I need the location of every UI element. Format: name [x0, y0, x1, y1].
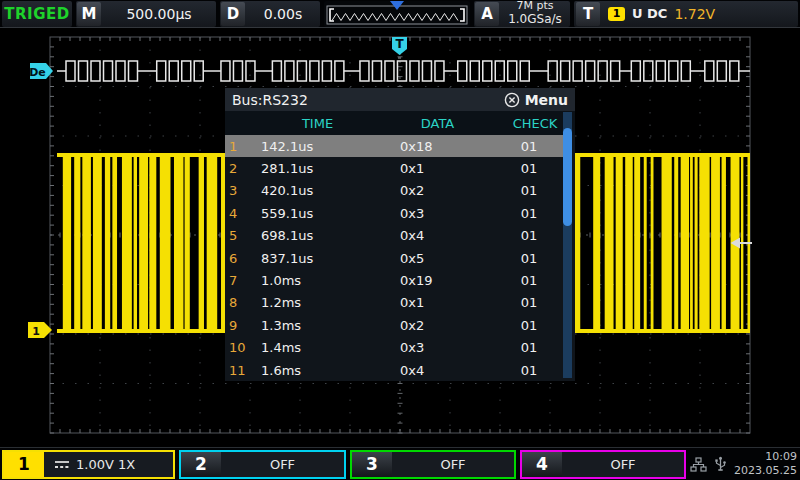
- clock-time: 10:09: [734, 450, 797, 464]
- table-row[interactable]: 8 1.2ms 0x1 01: [225, 292, 563, 314]
- delay-label: D: [221, 2, 245, 26]
- row-number: 11: [225, 363, 255, 378]
- row-check: 01: [495, 161, 563, 176]
- trigger-level-value: 1.72V: [674, 6, 715, 22]
- row-number: 3: [225, 183, 255, 198]
- table-row[interactable]: 10 1.4ms 0x3 01: [225, 337, 563, 359]
- trigger-source-badge: 1: [608, 7, 625, 21]
- waveform-preview-graphic: [324, 1, 470, 27]
- row-data: 0x5: [380, 251, 495, 266]
- table-row[interactable]: 3 420.1us 0x2 01: [225, 180, 563, 202]
- timebase-value: 500.00µs: [102, 6, 216, 22]
- delay-value: 0.00s: [246, 6, 320, 22]
- lan-network-icon: [690, 457, 707, 472]
- row-data: 0x4: [380, 363, 495, 378]
- waveform-preview[interactable]: [324, 1, 470, 27]
- column-data: DATA: [380, 116, 495, 131]
- row-time: 1.3ms: [255, 318, 380, 333]
- popup-title: Bus:RS232: [232, 92, 308, 108]
- row-check: 01: [495, 363, 563, 378]
- row-data: 0x2: [380, 318, 495, 333]
- channel-1-box[interactable]: 1 1.00V 1X: [2, 450, 175, 479]
- trigger-control[interactable]: T 1 U DC 1.72V: [574, 1, 798, 27]
- row-data: 0x18: [380, 139, 495, 154]
- trigger-position-marker[interactable]: T: [392, 37, 407, 58]
- channel-4-badge: 4: [522, 452, 562, 477]
- decode-channel-marker[interactable]: De: [29, 63, 53, 79]
- trigger-coupling: U DC: [632, 6, 667, 21]
- usb-icon: [714, 456, 727, 473]
- channel-3-box[interactable]: 3 OFF: [350, 450, 516, 479]
- row-check: 01: [495, 340, 563, 355]
- channel-1-badge: 1: [4, 452, 44, 477]
- row-number: 5: [225, 228, 255, 243]
- channel-1-scale: 1.00V 1X: [76, 457, 135, 472]
- timebase-label: M: [77, 2, 101, 26]
- bus-digital-trace: [57, 61, 750, 81]
- table-row[interactable]: 4 559.1us 0x3 01: [225, 202, 563, 224]
- row-number: 10: [225, 340, 255, 355]
- table-row[interactable]: 5 698.1us 0x4 01: [225, 225, 563, 247]
- timebase-control[interactable]: M 500.00µs: [76, 1, 216, 27]
- channel-2-box[interactable]: 2 OFF: [179, 450, 346, 479]
- row-number: 9: [225, 318, 255, 333]
- scrollbar-track[interactable]: [563, 112, 572, 378]
- decode-table-body: 1 142.1us 0x18 01 2 281.1us 0x1 01 3 420…: [225, 135, 575, 381]
- channel-2-state: OFF: [221, 457, 344, 472]
- table-row[interactable]: 6 837.1us 0x5 01: [225, 247, 563, 269]
- row-check: 01: [495, 273, 563, 288]
- column-time: TIME: [255, 116, 380, 131]
- row-number: 6: [225, 251, 255, 266]
- row-time: 837.1us: [255, 251, 380, 266]
- row-data: 0x19: [380, 273, 495, 288]
- row-time: 1.6ms: [255, 363, 380, 378]
- dc-coupling-icon: [53, 458, 71, 470]
- svg-text:1: 1: [32, 325, 40, 338]
- decode-table-header: TIME DATA CHECK: [225, 111, 575, 135]
- status-area: 10:09 2023.05.25: [690, 450, 800, 478]
- row-check: 01: [495, 206, 563, 221]
- trigger-status-indicator: TRIGED: [2, 1, 72, 27]
- trigger-status-text: TRIGED: [4, 5, 69, 23]
- row-check: 01: [495, 228, 563, 243]
- row-number: 2: [225, 161, 255, 176]
- row-time: 1.0ms: [255, 273, 380, 288]
- table-row[interactable]: 1 142.1us 0x18 01: [225, 135, 563, 157]
- trigger-label: T: [576, 2, 600, 26]
- row-number: 7: [225, 273, 255, 288]
- row-check: 01: [495, 295, 563, 310]
- svg-text:De: De: [29, 66, 46, 79]
- acquire-info: 7M pts 1.0GSa/s: [500, 0, 570, 26]
- channel-4-box[interactable]: 4 OFF: [520, 450, 686, 479]
- table-row[interactable]: 2 281.1us 0x1 01: [225, 157, 563, 179]
- menu-button-label: Menu: [525, 92, 568, 108]
- row-time: 1.4ms: [255, 340, 380, 355]
- table-row[interactable]: 7 1.0ms 0x19 01: [225, 269, 563, 291]
- table-row[interactable]: 11 1.6ms 0x4 01: [225, 359, 563, 381]
- row-time: 698.1us: [255, 228, 380, 243]
- ch1-zero-marker[interactable]: 1: [28, 322, 52, 338]
- channel-1-settings: 1.00V 1X: [44, 457, 173, 472]
- ch1-analog-trace: [575, 153, 750, 333]
- ch1-analog-trace: [57, 153, 226, 333]
- acquire-label: A: [475, 2, 499, 26]
- bottom-channel-bar: 1 1.00V 1X 2 OFF 3 OFF 4 OFF: [0, 447, 800, 480]
- acquire-control[interactable]: A 7M pts 1.0GSa/s: [474, 1, 570, 27]
- bus-decode-popup: Bus:RS232 Menu TIME DATA CHECK 1 142.1us…: [225, 88, 575, 381]
- menu-button[interactable]: Menu: [504, 92, 568, 108]
- clock: 10:09 2023.05.25: [734, 450, 797, 478]
- clock-date: 2023.05.25: [734, 464, 797, 478]
- delay-control[interactable]: D 0.00s: [220, 1, 320, 27]
- row-check: 01: [495, 183, 563, 198]
- row-time: 1.2ms: [255, 295, 380, 310]
- table-row[interactable]: 9 1.3ms 0x2 01: [225, 314, 563, 336]
- scrollbar-thumb[interactable]: [563, 128, 572, 226]
- row-time: 420.1us: [255, 183, 380, 198]
- row-number: 4: [225, 206, 255, 221]
- acquire-rate: 1.0GSa/s: [500, 13, 570, 27]
- row-number: 1: [225, 139, 255, 154]
- row-check: 01: [495, 139, 563, 154]
- row-data: 0x2: [380, 183, 495, 198]
- row-data: 0x3: [380, 340, 495, 355]
- row-data: 0x1: [380, 161, 495, 176]
